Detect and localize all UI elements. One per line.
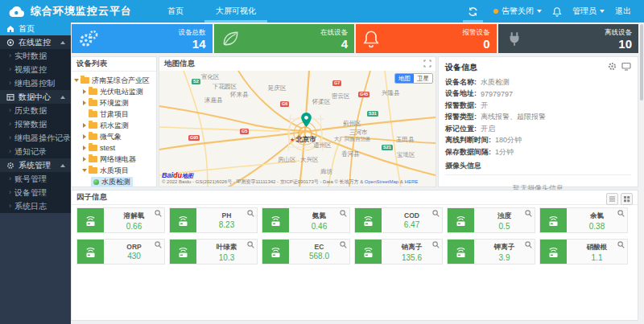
magnifier-icon[interactable]: [432, 241, 440, 248]
tree-node-leaf-selected[interactable]: 水质检测: [73, 176, 155, 187]
factor-card[interactable]: 余氯 0.38: [539, 207, 628, 233]
expander-open-icon[interactable]: [74, 79, 79, 82]
magnifier-icon[interactable]: [617, 210, 625, 217]
map-pin-icon[interactable]: [301, 113, 312, 127]
magnifier-icon[interactable]: [155, 241, 162, 248]
factor-card[interactable]: COD 6.47: [354, 207, 443, 233]
alarm-status-dot: [493, 9, 498, 14]
sidebar-item-notice-log[interactable]: ›通知记录: [0, 145, 71, 158]
magnifier-icon[interactable]: [247, 241, 254, 248]
chevron-up-icon: [60, 96, 65, 99]
factor-card[interactable]: EC 568.0: [262, 239, 350, 265]
expander-icon[interactable]: [83, 134, 86, 139]
magnifier-icon[interactable]: [247, 210, 254, 217]
factor-card[interactable]: 硝酸根 1.1: [539, 239, 628, 265]
expander-icon[interactable]: [83, 100, 86, 105]
scrollbar-thumb[interactable]: [640, 24, 643, 100]
nav-home[interactable]: 首页: [151, 0, 200, 23]
tree-node-folder[interactable]: 积水监测: [73, 120, 155, 131]
sidebar-item-home[interactable]: 首页: [0, 23, 71, 35]
page-scrollbar[interactable]: [639, 23, 644, 324]
factor-card[interactable]: 钾离子 3.9: [447, 239, 535, 265]
environment-monitoring-dashboard: 综合环境监控云平台 首页 大屏可视化 告警关闭 管理员: [0, 0, 644, 324]
magnifier-icon[interactable]: [340, 210, 347, 217]
sidebar-item-label: 通知记录: [14, 146, 47, 158]
magnifier-icon[interactable]: [525, 241, 532, 248]
device-info-body: 设备名称:水质检测 设备地址:97979797 报警数据:开 报警类型:离线报警…: [439, 75, 638, 194]
factor-card[interactable]: 叶绿素 10.3: [169, 239, 258, 265]
chevron-up-icon: [60, 164, 65, 167]
user-menu[interactable]: 管理员: [572, 6, 605, 17]
stat-card-total-devices[interactable]: 设备总数14: [72, 24, 213, 53]
tree-node-folder[interactable]: 甘肃项目: [73, 109, 155, 120]
tree-node-folder[interactable]: stest: [73, 142, 155, 154]
sidebar-item-alarm-data[interactable]: ›报警数据: [0, 117, 71, 131]
tree-node-root[interactable]: 济南某综合产业区: [73, 75, 155, 86]
magnifier-icon[interactable]: [525, 210, 532, 217]
map-type-map-button[interactable]: 地图: [395, 74, 414, 83]
sidebar-item-device-manage[interactable]: ›设备管理: [0, 186, 71, 199]
monitor-icon[interactable]: [621, 62, 631, 71]
sensor-icon: [262, 240, 289, 264]
folder-icon: [89, 133, 97, 140]
expander-open-icon[interactable]: [82, 169, 87, 172]
expander-icon[interactable]: [83, 123, 86, 128]
stat-value: 4: [320, 38, 348, 50]
tree-node-label: 网络继电器: [100, 154, 136, 165]
tree-node-folder[interactable]: 环境监测: [73, 97, 155, 109]
bell-icon[interactable]: [552, 6, 562, 17]
list-view-icon[interactable]: [606, 193, 618, 205]
factor-card[interactable]: ORP 430: [76, 239, 165, 265]
stat-card-offline-devices[interactable]: 离线设备10: [498, 24, 639, 53]
sidebar-section-system-manage[interactable]: 系统管理: [0, 158, 71, 172]
map-label: 大兴区: [300, 156, 319, 164]
gear-icon[interactable]: [608, 62, 617, 71]
fullscreen-icon[interactable]: [423, 59, 431, 68]
info-row: 标记位置:开启: [445, 123, 631, 135]
magnifier-icon[interactable]: [432, 210, 440, 217]
alarm-toggle[interactable]: 告警关闭: [493, 6, 542, 17]
sidebar-item-video-monitor[interactable]: ›视频监控: [0, 63, 71, 76]
expander-icon[interactable]: [83, 157, 86, 162]
factor-value: 568.0: [289, 252, 349, 260]
factor-card[interactable]: 氨氮 0.46: [262, 207, 350, 233]
factor-card[interactable]: 浊度 0.5: [447, 207, 535, 233]
grid-view-icon[interactable]: [621, 193, 633, 205]
factor-card[interactable]: PH 8.23: [169, 207, 258, 233]
here-link[interactable]: HERE: [405, 179, 419, 184]
map-type-satellite-button[interactable]: 卫星: [414, 74, 432, 83]
tree-node-folder[interactable]: 水质项目: [73, 165, 155, 176]
sidebar-item-history-data[interactable]: ›历史数据: [0, 104, 71, 117]
tree-node-folder[interactable]: 光伏电站监测: [73, 86, 155, 97]
osm-link[interactable]: OpenStreetMap: [365, 179, 398, 184]
sidebar-item-system-log[interactable]: ›系统日志: [0, 199, 71, 213]
user-label: 管理员: [572, 6, 597, 17]
factor-card[interactable]: 钠离子 135.6: [354, 239, 443, 265]
expander-icon[interactable]: [83, 146, 86, 150]
map-canvas[interactable]: 宣化区 下花园区 怀来县 涿鹿县 延庆区 怀柔区 密云区 兴隆县 蓟州区 三河市…: [159, 71, 436, 187]
expander-icon[interactable]: [83, 89, 86, 94]
logout-button[interactable]: 退出: [615, 6, 631, 17]
sidebar-item-label: 视频监控: [14, 64, 47, 76]
factor-card[interactable]: 溶解氧 0.66: [76, 207, 165, 233]
sidebar-item-realtime-data[interactable]: ›实时数据: [0, 49, 71, 63]
sidebar-item-relay-log[interactable]: ›继电器操作记录: [0, 131, 71, 145]
magnifier-icon[interactable]: [155, 210, 162, 217]
stat-card-alarm-devices[interactable]: 报警设备0: [356, 24, 497, 53]
magnifier-icon[interactable]: [340, 241, 347, 248]
device-info-panel: 设备信息 设备名称:水质检测 设备地址:97979797 报警数据:开 报警类型…: [438, 56, 638, 187]
factor-value: 0.5: [474, 222, 535, 231]
refresh-icon[interactable]: [463, 0, 483, 23]
app-title: 综合环境监控云平台: [31, 4, 132, 18]
tree-node-folder[interactable]: 微气象: [73, 131, 155, 142]
magnifier-icon[interactable]: [617, 241, 625, 248]
sidebar-section-online-monitor[interactable]: 在线监控: [0, 35, 71, 49]
nav-bigscreen[interactable]: 大屏可视化: [200, 0, 272, 23]
sidebar-item-relay-control[interactable]: ›继电器控制: [0, 76, 71, 90]
sidebar-item-account-manage[interactable]: ›账号管理: [0, 172, 71, 186]
map-type-switch[interactable]: 地图 卫星: [394, 73, 433, 84]
sidebar-section-data-center[interactable]: 数据中心: [0, 90, 71, 104]
tree-node-folder[interactable]: 网络继电器: [73, 154, 155, 165]
stat-card-online-devices[interactable]: 在线设备4: [214, 24, 355, 53]
stat-label: 离线设备: [605, 28, 632, 38]
